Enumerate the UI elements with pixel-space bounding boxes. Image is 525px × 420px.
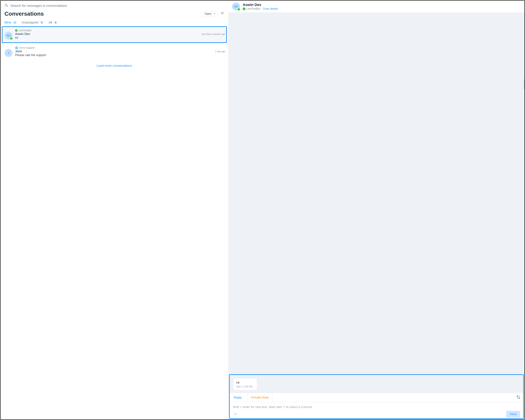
conversation-name: Aswin Dev xyxy=(15,32,30,36)
composer-tabs: Reply Private Note xyxy=(230,393,523,402)
conversation-tabs: Mine 2 Unassigned 0 All 2 xyxy=(0,20,228,26)
avatar: AD ╳ xyxy=(232,2,240,10)
line-channel-badge-icon: ╳ xyxy=(10,37,13,40)
tab-mine-count: 2 xyxy=(13,21,17,24)
header-channel-label: LineTestBot xyxy=(246,7,260,10)
line-chip-icon: ╳ xyxy=(15,29,18,32)
message-bubble: Hi Dec 3, 2:55 PM xyxy=(233,379,257,390)
svg-rect-5 xyxy=(517,396,519,398)
load-more-conversations[interactable]: Load more conversations xyxy=(0,61,228,73)
globe-icon: 🌐 xyxy=(15,47,18,49)
avatar-initials: AD xyxy=(6,34,10,38)
conversation-item[interactable]: J 🌐 Acme Support Jane 1 day ago Please r… xyxy=(0,43,228,61)
composer-tab-reply[interactable]: Reply xyxy=(233,393,243,402)
messages-area: Hi Dec 3, 2:55 PM Reply Private Note xyxy=(228,13,525,420)
emoji-icon: ☺ xyxy=(234,412,237,416)
scrollbar[interactable] xyxy=(524,79,525,89)
expand-icon[interactable] xyxy=(516,395,520,400)
tab-unassigned[interactable]: Unassigned 0 xyxy=(22,20,44,25)
svg-point-0 xyxy=(5,4,7,6)
tab-mine-label: Mine xyxy=(4,21,11,24)
conversation-channel-label: LineTestBot xyxy=(19,29,31,32)
conversation-preview: Hi xyxy=(15,36,225,40)
message-row: Hi Dec 3, 2:55 PM xyxy=(230,375,523,393)
conversation-time: 1 day ago xyxy=(215,50,225,53)
status-filter-select[interactable]: Open xyxy=(202,11,218,17)
conversation-detail-pane: AD ╳ Aswin Dev ╳ LineTestBot Close detai… xyxy=(228,0,525,420)
message-text: Hi xyxy=(236,381,254,385)
composer xyxy=(230,402,523,410)
avatar: AD ╳ xyxy=(4,32,12,40)
header-subline: ╳ LineTestBot Close details xyxy=(243,7,278,10)
search-input[interactable] xyxy=(10,4,224,8)
avatar-initials: J xyxy=(8,51,9,55)
conversation-list: AD ╳ ╳ LineTestBot Aswin Dev less than a… xyxy=(0,26,228,420)
conversation-preview: Please rate the support xyxy=(15,53,225,57)
header-contact-name: Aswin Dev xyxy=(243,3,278,7)
tab-unassigned-label: Unassigned xyxy=(22,21,38,24)
tab-all-count: 2 xyxy=(53,21,58,24)
header-channel: ╳ LineTestBot xyxy=(243,7,260,10)
conversation-name: Jane xyxy=(15,49,22,53)
composer-actions: ☺ Send xyxy=(230,410,523,418)
title-row: Conversations Open xyxy=(0,10,228,20)
emoji-button[interactable]: ☺ xyxy=(233,411,238,417)
app-root: Conversations Open Mine 2 Unassigned 0 A… xyxy=(0,0,525,420)
conversation-header: AD ╳ Aswin Dev ╳ LineTestBot Close detai… xyxy=(228,0,525,13)
conversation-name-row: Aswin Dev less than a minute ago xyxy=(15,32,225,36)
line-channel-badge-icon: ╳ xyxy=(237,8,240,11)
line-chip-icon: ╳ xyxy=(243,8,245,10)
conversations-pane: Conversations Open Mine 2 Unassigned 0 A… xyxy=(0,0,228,420)
status-filter-value: Open xyxy=(205,12,212,15)
avatar-initials: AD xyxy=(234,5,238,8)
search-icon xyxy=(4,3,8,8)
conversation-channel: ╳ LineTestBot xyxy=(15,29,225,32)
close-details-link[interactable]: Close details xyxy=(263,7,278,10)
highlighted-composer-region: Hi Dec 3, 2:55 PM Reply Private Note xyxy=(229,374,524,419)
svg-line-1 xyxy=(7,6,8,7)
conversation-channel-label: Acme Support xyxy=(19,46,35,49)
conversation-channel: 🌐 Acme Support xyxy=(15,46,225,49)
composer-input[interactable] xyxy=(233,405,520,409)
conversation-time: less than a minute ago xyxy=(202,33,225,35)
tab-unassigned-count: 0 xyxy=(40,21,44,24)
composer-tab-private-note[interactable]: Private Note xyxy=(248,393,273,402)
avatar: J xyxy=(4,49,12,57)
conversation-name-row: Jane 1 day ago xyxy=(15,49,225,53)
filter-icon[interactable] xyxy=(221,12,224,16)
tab-all-label: All xyxy=(48,21,52,24)
message-timestamp: Dec 3, 2:55 PM xyxy=(236,385,254,388)
header-texts: Aswin Dev ╳ LineTestBot Close details xyxy=(243,3,278,10)
title-actions: Open xyxy=(202,11,225,17)
conversation-body: ╳ LineTestBot Aswin Dev less than a minu… xyxy=(15,29,225,40)
conversation-body: 🌐 Acme Support Jane 1 day ago Please rat… xyxy=(15,46,225,57)
conversation-item[interactable]: AD ╳ ╳ LineTestBot Aswin Dev less than a… xyxy=(1,26,227,43)
search-row xyxy=(0,0,228,10)
send-button[interactable]: Send xyxy=(506,411,520,418)
tab-all[interactable]: All 2 xyxy=(48,20,58,25)
tab-mine[interactable]: Mine 2 xyxy=(4,20,17,25)
page-title: Conversations xyxy=(4,10,44,17)
